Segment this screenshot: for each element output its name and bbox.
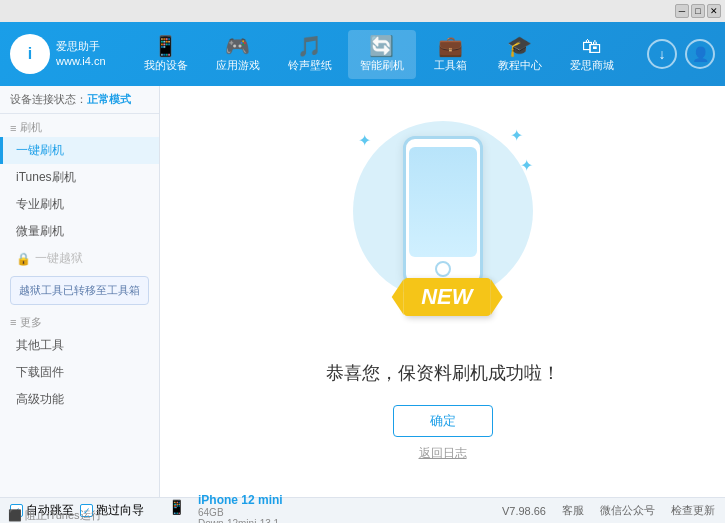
sidebar: 设备连接状态：正常模式 ≡ 刷机 一键刷机 iTunes刷机 专业刷机 微量刷机… xyxy=(0,86,160,497)
nav-flash-icon: 🔄 xyxy=(369,36,394,56)
confirm-button[interactable]: 确定 xyxy=(393,405,493,437)
nav-device-icon: 📱 xyxy=(153,36,178,56)
device-firmware: Down-12mini-13,1 xyxy=(198,518,492,524)
itunes-status: ⬛ 阻止iTunes运行 xyxy=(0,508,110,523)
more-section-title: ≡ 更多 xyxy=(0,309,159,332)
phone-illustration: ✦ ✦ ✦ NEW xyxy=(343,121,543,341)
flash-section-icon: ≡ xyxy=(10,122,16,134)
more-section-icon: ≡ xyxy=(10,316,16,328)
minimize-btn[interactable]: ─ xyxy=(675,4,689,18)
bottom-right: V7.98.66 客服 微信公众号 检查更新 xyxy=(502,503,715,518)
nav-toolbox-label: 工具箱 xyxy=(434,58,467,73)
connection-status: 设备连接状态：正常模式 xyxy=(0,86,159,114)
nav-toolbox[interactable]: 💼 工具箱 xyxy=(420,30,482,79)
jailbreak-notice: 越狱工具已转移至工具箱 xyxy=(10,276,149,305)
itunes-flash-label: iTunes刷机 xyxy=(16,170,76,184)
sparkle-2: ✦ xyxy=(510,126,523,145)
device-icon: 📱 xyxy=(168,499,185,515)
header-right: ↓ 👤 xyxy=(647,39,715,69)
nav-apps-label: 应用游戏 xyxy=(216,58,260,73)
phone-body xyxy=(403,136,483,286)
jailbreak-section: 🔒 一键越狱 xyxy=(0,245,159,272)
status-value: 正常模式 xyxy=(87,93,131,105)
logo-icon: i xyxy=(10,34,50,74)
logo-name: 爱思助手 xyxy=(56,39,106,54)
logo-area: i 爱思助手 www.i4.cn xyxy=(10,34,110,74)
close-btn[interactable]: ✕ xyxy=(707,4,721,18)
status-label: 设备连接状态： xyxy=(10,93,87,105)
header: i 爱思助手 www.i4.cn 📱 我的设备 🎮 应用游戏 🎵 铃声壁纸 🔄 … xyxy=(0,22,725,86)
nav-mall[interactable]: 🛍 爱思商城 xyxy=(558,30,626,79)
pro-flash-label: 专业刷机 xyxy=(16,197,64,211)
nav-apps-games[interactable]: 🎮 应用游戏 xyxy=(204,30,272,79)
version-label: V7.98.66 xyxy=(502,505,546,517)
sidebar-advanced[interactable]: 高级功能 xyxy=(0,386,159,413)
flash-section-label: 刷机 xyxy=(20,120,42,135)
sidebar-other-tools[interactable]: 其他工具 xyxy=(0,332,159,359)
phone-screen xyxy=(409,147,477,257)
nav-ringtones-icon: 🎵 xyxy=(297,36,322,56)
back-link[interactable]: 返回日志 xyxy=(419,445,467,462)
itunes-status-label: 阻止iTunes运行 xyxy=(25,508,102,523)
download-firmware-label: 下载固件 xyxy=(16,365,64,379)
device-storage: 64GB xyxy=(198,507,492,518)
download-button[interactable]: ↓ xyxy=(647,39,677,69)
new-badge: NEW xyxy=(403,278,490,316)
content-area: ✦ ✦ ✦ NEW 恭喜您，保资料刷机成功啦！ 确定 返回日志 xyxy=(160,86,725,497)
nav-tutorials[interactable]: 🎓 教程中心 xyxy=(486,30,554,79)
nav-flash-label: 智能刷机 xyxy=(360,58,404,73)
device-name: iPhone 12 mini xyxy=(198,493,492,507)
one-click-flash-label: 一键刷机 xyxy=(16,143,64,157)
jailbreak-notice-text: 越狱工具已转移至工具箱 xyxy=(19,284,140,296)
nav-ringtones[interactable]: 🎵 铃声壁纸 xyxy=(276,30,344,79)
nav-bar: 📱 我的设备 🎮 应用游戏 🎵 铃声壁纸 🔄 智能刷机 💼 工具箱 🎓 教程中心… xyxy=(110,30,647,79)
title-bar: ─ □ ✕ xyxy=(0,0,725,22)
sidebar-download-firmware[interactable]: 下载固件 xyxy=(0,359,159,386)
wechat-link[interactable]: 微信公众号 xyxy=(600,503,655,518)
nav-mall-label: 爱思商城 xyxy=(570,58,614,73)
save-flash-label: 微量刷机 xyxy=(16,224,64,238)
nav-my-device[interactable]: 📱 我的设备 xyxy=(132,30,200,79)
sparkle-3: ✦ xyxy=(520,156,533,175)
sidebar-save-flash[interactable]: 微量刷机 xyxy=(0,218,159,245)
lock-icon: 🔒 xyxy=(16,252,31,266)
sidebar-one-click-flash[interactable]: 一键刷机 xyxy=(0,137,159,164)
flash-section-title: ≡ 刷机 xyxy=(0,114,159,137)
customer-service-link[interactable]: 客服 xyxy=(562,503,584,518)
nav-ringtones-label: 铃声壁纸 xyxy=(288,58,332,73)
user-button[interactable]: 👤 xyxy=(685,39,715,69)
more-section-label: 更多 xyxy=(20,315,42,330)
nav-smart-flash[interactable]: 🔄 智能刷机 xyxy=(348,30,416,79)
other-tools-label: 其他工具 xyxy=(16,338,64,352)
nav-device-label: 我的设备 xyxy=(144,58,188,73)
main-layout: 设备连接状态：正常模式 ≡ 刷机 一键刷机 iTunes刷机 专业刷机 微量刷机… xyxy=(0,86,725,497)
nav-tutorials-icon: 🎓 xyxy=(507,36,532,56)
logo-url: www.i4.cn xyxy=(56,54,106,69)
nav-apps-icon: 🎮 xyxy=(225,36,250,56)
itunes-icon: ⬛ xyxy=(8,509,22,522)
sparkle-1: ✦ xyxy=(358,131,371,150)
sidebar-pro-flash[interactable]: 专业刷机 xyxy=(0,191,159,218)
logo-text: 爱思助手 www.i4.cn xyxy=(56,39,106,70)
phone-home-btn xyxy=(435,261,451,277)
maximize-btn[interactable]: □ xyxy=(691,4,705,18)
sidebar-itunes-flash[interactable]: iTunes刷机 xyxy=(0,164,159,191)
bottom-bar: 自动跳至 跑过向导 📱 iPhone 12 mini 64GB Down-12m… xyxy=(0,497,725,523)
nav-mall-icon: 🛍 xyxy=(582,36,602,56)
nav-toolbox-icon: 💼 xyxy=(438,36,463,56)
nav-tutorials-label: 教程中心 xyxy=(498,58,542,73)
check-update-link[interactable]: 检查更新 xyxy=(671,503,715,518)
device-info-area: 📱 iPhone 12 mini 64GB Down-12mini-13,1 xyxy=(170,493,502,524)
advanced-label: 高级功能 xyxy=(16,392,64,406)
jailbreak-label: 一键越狱 xyxy=(35,250,83,267)
success-message: 恭喜您，保资料刷机成功啦！ xyxy=(326,361,560,385)
